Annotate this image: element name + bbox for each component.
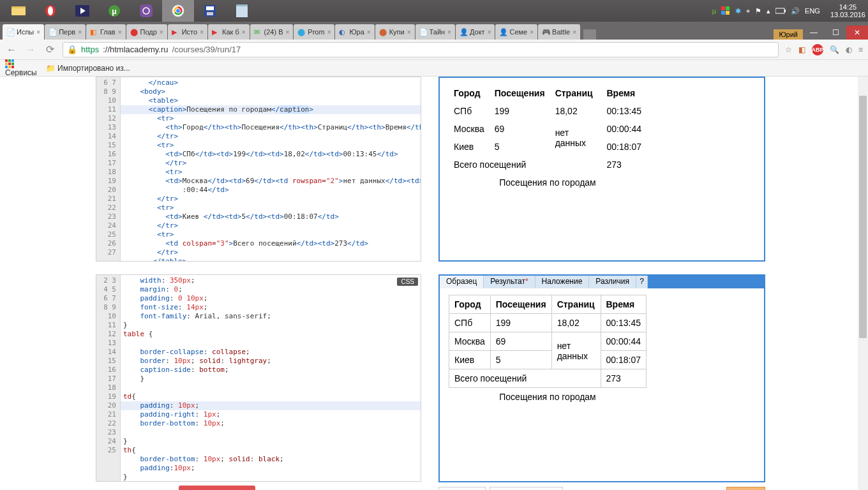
close-icon[interactable]: × xyxy=(488,29,491,36)
minimize-button[interactable]: — xyxy=(803,26,825,40)
close-icon[interactable]: × xyxy=(200,29,204,36)
close-icon[interactable]: × xyxy=(327,29,331,36)
forward-button[interactable]: → xyxy=(24,44,37,56)
reset-button[interactable] xyxy=(179,486,255,490)
sample-output-table: ГородПосещенияСтраницВремя СПб19918,0200… xyxy=(449,295,647,402)
clock[interactable]: 14:25 13.03.2016 xyxy=(830,3,865,19)
table-caption: Посещения по городам xyxy=(449,174,647,188)
chevron-up-icon[interactable]: ▴ xyxy=(767,7,770,15)
close-icon[interactable]: × xyxy=(118,29,122,36)
flag-tray-icon[interactable]: ⚑ xyxy=(755,7,761,15)
battery-icon[interactable] xyxy=(775,8,786,14)
utorrent-tray-icon[interactable]: µ xyxy=(712,7,716,15)
tab-sample[interactable]: Образец xyxy=(440,276,484,288)
close-icon[interactable]: × xyxy=(286,29,290,36)
tab-13[interactable]: 🎮Battle× xyxy=(538,24,580,40)
svg-rect-26 xyxy=(8,59,11,62)
tab-overlay[interactable]: Наложение xyxy=(535,276,590,288)
tab-7[interactable]: ⬤Prom× xyxy=(294,24,334,40)
mediaplayer-icon[interactable] xyxy=(66,0,98,22)
reload-button[interactable]: ⟳ xyxy=(43,43,56,56)
adblock-icon[interactable]: ABP xyxy=(812,44,823,56)
menu-icon[interactable]: ≡ xyxy=(858,45,863,54)
ext1-icon[interactable]: ◧ xyxy=(798,45,805,54)
close-icon[interactable]: × xyxy=(160,29,163,36)
html-gutter: 6 7 8 9 10 11 12 13 14 15 16 17 18 19 20… xyxy=(96,77,121,261)
close-icon[interactable]: × xyxy=(78,29,82,36)
css-code[interactable]: width: 350px; margin: 0; padding: 0 10px… xyxy=(121,275,421,481)
css-gutter: 2 3 4 5 6 7 8 9 10 11 12 13 14 15 16 17 … xyxy=(96,275,121,481)
close-icon[interactable]: × xyxy=(530,29,534,36)
search-ext-icon[interactable]: 🔍 xyxy=(830,45,839,54)
tab-2[interactable]: ◧Глав× xyxy=(86,24,126,40)
th-pages: Страниц xyxy=(550,84,602,102)
tab-0[interactable]: 📄Испы× xyxy=(3,24,44,40)
notepad-icon[interactable] xyxy=(226,0,258,22)
favicon-icon: ⬤ xyxy=(130,28,138,36)
scrollbar-thumb[interactable] xyxy=(859,96,867,338)
close-icon[interactable]: × xyxy=(242,29,246,36)
tab-12[interactable]: 👤Семе× xyxy=(495,24,537,40)
tab-6[interactable]: ✉(24) В× xyxy=(250,24,294,40)
utorrent-icon[interactable]: µ xyxy=(98,0,130,22)
tab-3[interactable]: ⬤Подр× xyxy=(126,24,167,40)
ext2-icon[interactable]: ◐ xyxy=(846,45,852,54)
favicon-icon: ✉ xyxy=(254,28,262,36)
volume-icon[interactable]: 🔊 xyxy=(791,7,800,15)
close-window-button[interactable]: ✕ xyxy=(846,26,868,40)
chrome-icon[interactable] xyxy=(162,0,194,22)
chrome-tabstrip: 📄Испы× 📄Перв× ◧Глав× ⬤Подр× ▶Исто× ▶Как … xyxy=(0,22,868,40)
lang-indicator[interactable]: ENG xyxy=(805,7,820,15)
close-icon[interactable]: × xyxy=(36,29,40,36)
tab-help[interactable]: ? xyxy=(636,276,648,288)
css-editor[interactable]: CSS 2 3 4 5 6 7 8 9 10 11 12 13 14 15 16… xyxy=(96,274,421,482)
svg-rect-21 xyxy=(721,11,725,15)
svg-rect-27 xyxy=(11,59,14,62)
tab-result[interactable]: Результат* xyxy=(484,276,535,288)
result-tabs: Образец Результат* Наложение Различия ? xyxy=(440,276,764,288)
windows-flag-icon[interactable] xyxy=(721,6,730,15)
tab-9[interactable]: ⬤Купи× xyxy=(375,24,415,40)
window-controls: — ☐ ✕ xyxy=(803,26,868,40)
new-tab-button[interactable] xyxy=(583,29,596,40)
chrome-user-badge[interactable]: Юрий xyxy=(774,29,803,40)
svg-rect-16 xyxy=(207,12,213,15)
svg-rect-30 xyxy=(11,63,14,65)
tab-5[interactable]: ▶Как б× xyxy=(208,24,250,40)
maximize-button[interactable]: ☐ xyxy=(825,26,846,40)
action-bar: АТеория ☑Проверить (7) теплее xyxy=(438,485,765,490)
favicon-icon: ⬤ xyxy=(379,28,387,36)
tab-4[interactable]: ▶Исто× xyxy=(168,24,207,40)
html-editor[interactable]: 6 7 8 9 10 11 12 13 14 15 16 17 18 19 20… xyxy=(96,77,421,262)
favicon-icon: ▶ xyxy=(172,28,179,36)
favicon-icon: 📄 xyxy=(49,28,56,36)
viber-icon[interactable] xyxy=(130,0,162,22)
bluetooth-icon[interactable]: ✱ xyxy=(735,7,741,15)
apps-button[interactable]: Сервисы xyxy=(5,59,37,77)
save-icon[interactable] xyxy=(194,0,226,22)
omnibox[interactable]: 🔒 https://htmlacademy.ru/courses/39/run/… xyxy=(63,42,779,57)
imported-folder[interactable]: 📁 Импортировано из... xyxy=(46,64,130,73)
close-icon[interactable]: × xyxy=(407,29,411,36)
close-icon[interactable]: × xyxy=(447,29,451,36)
close-icon[interactable]: × xyxy=(572,29,576,36)
tab-10[interactable]: 📄Тайн× xyxy=(415,24,455,40)
tab-11[interactable]: 👤Докт× xyxy=(456,24,495,40)
star-icon[interactable]: ☆ xyxy=(785,45,792,54)
check-button[interactable]: ☑Проверить (7) xyxy=(490,487,563,490)
page-scrollbar[interactable] xyxy=(858,77,868,490)
html-code[interactable]: </ncau> <body> <table> <caption>Посещени… xyxy=(121,77,421,261)
back-button[interactable]: ← xyxy=(5,44,18,56)
favicon-icon: ▶ xyxy=(212,28,220,36)
favicon-icon: ⬤ xyxy=(297,28,305,36)
theory-button[interactable]: АТеория xyxy=(438,487,486,490)
lock-icon: 🔒 xyxy=(67,45,77,54)
explorer-icon[interactable] xyxy=(3,0,34,22)
tab-1[interactable]: 📄Перв× xyxy=(45,24,86,40)
tab-8[interactable]: ◐Юра× xyxy=(335,24,374,40)
tab-diff[interactable]: Различия xyxy=(589,276,636,288)
bt-icon[interactable]: ⌖ xyxy=(746,7,750,15)
close-icon[interactable]: × xyxy=(367,29,371,36)
opera-icon[interactable] xyxy=(34,0,66,22)
modified-indicator: * xyxy=(525,277,528,286)
